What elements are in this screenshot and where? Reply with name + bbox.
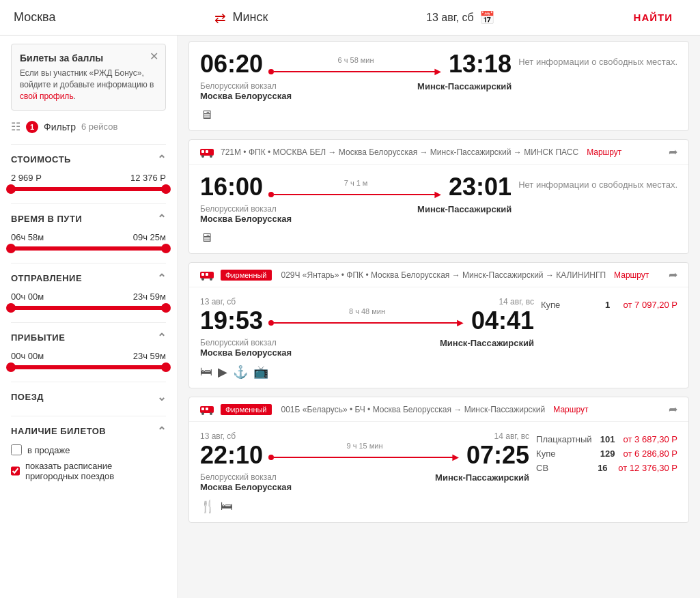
price-type: Купе	[541, 300, 592, 310]
share-icon[interactable]: ➦	[669, 145, 677, 158]
swap-icon[interactable]: ⇄	[214, 10, 226, 26]
header: Москва ⇄ Минск 13 авг, сб 📅 НАЙТИ	[0, 0, 700, 35]
train-card-body: 13 авг, сб 19:53 8 ч 48 мин ► 14 авг, вс	[189, 287, 688, 388]
depart-station-name: Москва Белорусская	[200, 214, 292, 224]
filter-arrival: ПРИБЫТИЕ ⌃ 00ч 00м 23ч 59м	[11, 331, 166, 369]
travel-time-thumb-left[interactable]	[6, 244, 16, 253]
share-icon[interactable]: ➦	[669, 268, 677, 281]
svg-point-3	[201, 155, 204, 158]
price-count: 101	[598, 434, 618, 444]
filter-train-header[interactable]: ПОЕЗД ⌄	[11, 390, 166, 403]
cost-thumb-right[interactable]	[161, 184, 171, 194]
dot-start	[268, 192, 274, 197]
train-card: 721М • ФПК • МОСКВА БЕЛ → Москва Белорус…	[188, 139, 689, 254]
train-card-body: 13 авг, сб 22:10 9 ч 15 мин ► 14 авг, вс	[189, 422, 688, 522]
route-label[interactable]: Маршрут	[587, 147, 621, 157]
arrow-tip: ►	[432, 66, 443, 78]
filter-travel-time-label: ВРЕМЯ В ПУТИ	[11, 214, 82, 224]
departure-range-labels: 00ч 00м 23ч 59м	[11, 291, 166, 302]
no-seats-info: Нет информации о свободных местах.	[518, 50, 677, 67]
bonus-card-link[interactable]: свой профиль	[20, 91, 74, 101]
arrow-line-fill	[274, 322, 458, 324]
arrival-slider[interactable]	[11, 365, 166, 369]
departure-fill	[11, 306, 166, 310]
filter-availability: НАЛИЧИЕ БИЛЕТОВ ⌃ в продаже показать рас…	[11, 425, 166, 481]
departure-thumb-left[interactable]	[6, 303, 16, 313]
amenity-icon[interactable]: ⚓	[233, 365, 248, 380]
route-label[interactable]: Маршрут	[553, 405, 588, 414]
station-depart: Белорусский вокзал Москва Белорусская	[200, 472, 292, 492]
amenity-icon[interactable]: 🛏	[221, 499, 233, 514]
duration-label: 7 ч 1 м	[344, 179, 368, 187]
amenity-icon[interactable]: 🖥	[200, 231, 212, 245]
train-icon	[200, 404, 215, 415]
filter-travel-time-header[interactable]: ВРЕМЯ В ПУТИ ⌃	[11, 212, 166, 225]
station-depart: Белорусский вокзал Москва Белорусская	[200, 338, 292, 358]
price-type: СВ	[536, 463, 587, 473]
amenity-icon[interactable]: 🍴	[200, 499, 215, 514]
price-row[interactable]: СВ 16 от 12 376,30 Р	[536, 463, 677, 473]
depart-station-name: Москва Белорусская	[200, 91, 292, 101]
amenity-icon[interactable]: 🖥	[200, 108, 212, 122]
duration-label: 9 ч 15 мин	[347, 442, 383, 450]
filter-cost-header[interactable]: СТОИМОСТЬ ⌃	[11, 153, 166, 166]
station-depart: Белорусский вокзал Москва Белорусская	[200, 81, 292, 101]
arrival-range-labels: 00ч 00м 23ч 59м	[11, 351, 166, 361]
price-row[interactable]: Плацкартный 101 от 3 687,30 Р	[536, 434, 677, 444]
arrow-tip: ►	[455, 317, 466, 329]
filter-label[interactable]: Фильтр	[44, 122, 76, 132]
stations-row: Белорусский вокзал Москва Белорусская Ми…	[200, 204, 512, 224]
stations-row: Белорусский вокзал Москва Белорусская Ми…	[200, 81, 512, 101]
arrival-thumb-right[interactable]	[161, 362, 171, 372]
svg-point-14	[210, 412, 212, 415]
filter-availability-header[interactable]: НАЛИЧИЕ БИЛЕТОВ ⌃	[11, 425, 166, 438]
amenity-icon[interactable]: 📺	[253, 365, 268, 380]
departure-slider[interactable]	[11, 306, 166, 310]
dot-start	[268, 320, 274, 326]
checkbox-in-sale-input[interactable]	[11, 444, 22, 455]
cost-slider[interactable]	[11, 187, 166, 191]
train-icon	[200, 270, 215, 281]
travel-time-thumb-right[interactable]	[161, 244, 171, 253]
station-arrive: Минск-Пассажирский	[435, 472, 529, 492]
cost-thumb-left[interactable]	[6, 184, 16, 194]
dot-start	[268, 455, 274, 460]
depart-date: 13 авг, сб	[200, 297, 263, 307]
train-meta-text: 721М • ФПК • МОСКВА БЕЛ → Москва Белорус…	[221, 147, 578, 157]
route-label[interactable]: Маршрут	[614, 270, 649, 280]
times-row: 16:00 7 ч 1 м ► 23:01	[200, 173, 512, 201]
arrive-station-name: Минск-Пассажирский	[440, 338, 534, 348]
share-icon[interactable]: ➦	[669, 403, 677, 416]
svg-point-4	[210, 155, 212, 158]
svg-rect-2	[206, 150, 208, 153]
close-icon[interactable]: ✕	[150, 50, 158, 63]
arrow-line-fill	[274, 71, 435, 72]
depart-time: 16:00	[200, 173, 263, 201]
amenities: 🖥	[200, 231, 512, 245]
price-row[interactable]: Купе 129 от 6 286,80 Р	[536, 448, 677, 459]
arrival-thumb-left[interactable]	[6, 362, 16, 372]
departure-thumb-right[interactable]	[161, 303, 171, 313]
arrow-line: ►	[268, 188, 443, 201]
arrive-time: 23:01	[449, 173, 512, 201]
amenities: 🍴🛏	[200, 499, 529, 514]
travel-time-range-labels: 06ч 58м 09ч 25м	[11, 232, 166, 242]
calendar-icon[interactable]: 📅	[479, 10, 494, 25]
arrive-time: 07:25	[466, 441, 529, 469]
price-row[interactable]: Купе 1 от 7 097,20 Р	[541, 300, 677, 310]
amenity-icon[interactable]: ▶	[218, 365, 227, 380]
travel-time-slider[interactable]	[11, 246, 166, 251]
checkbox-suburban-input[interactable]	[11, 466, 20, 476]
price-amount: от 3 687,30 Р	[624, 434, 677, 444]
filter-departure-header[interactable]: ОТПРАВЛЕНИЕ ⌃	[11, 272, 166, 285]
svg-point-13	[201, 412, 204, 415]
price-amount: от 6 286,80 Р	[624, 448, 677, 459]
train-icon	[200, 147, 215, 158]
filter-arrival-header[interactable]: ПРИБЫТИЕ ⌃	[11, 331, 166, 344]
amenity-icon[interactable]: 🛏	[200, 365, 212, 380]
search-button[interactable]: НАЙТИ	[620, 12, 686, 23]
filter-badge: 1	[26, 121, 38, 133]
arrow-line-fill	[274, 457, 453, 458]
price-type: Плацкартный	[536, 434, 592, 444]
chevron-down-icon: ⌄	[157, 390, 167, 403]
